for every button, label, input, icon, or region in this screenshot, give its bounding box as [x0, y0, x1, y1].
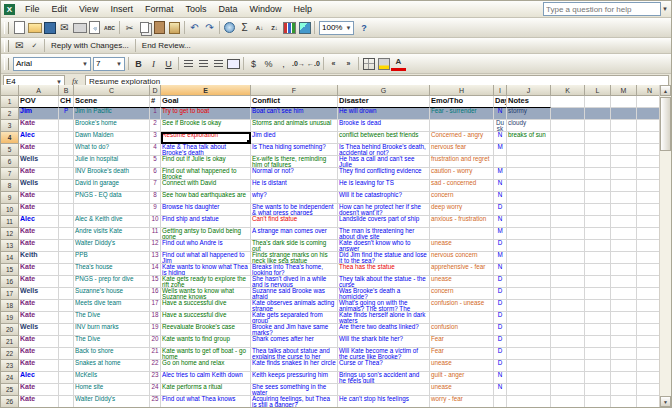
row-header-19[interactable]: 19: [1, 312, 19, 324]
percent-button[interactable]: %: [261, 56, 276, 71]
cell-G10[interactable]: How can he protect her if she doesn't wa…: [338, 204, 430, 216]
cell-B2[interactable]: P: [59, 108, 74, 120]
cell-B8[interactable]: [59, 180, 74, 192]
cell-I20[interactable]: D: [494, 324, 507, 336]
scrollbar-track[interactable]: [660, 152, 671, 396]
cell-K24[interactable]: [551, 372, 585, 384]
cell-D9[interactable]: 8: [150, 192, 161, 204]
align-right-button[interactable]: [211, 56, 226, 71]
cell-L17[interactable]: [585, 288, 611, 300]
cell-D15[interactable]: 14: [150, 264, 161, 276]
cell-J21[interactable]: [507, 336, 551, 348]
row-header-11[interactable]: 11: [1, 216, 19, 228]
cell-L2[interactable]: [585, 108, 611, 120]
cell-F15[interactable]: Breaks into Thea's home, looking for?: [251, 264, 338, 276]
cell-L21[interactable]: [585, 336, 611, 348]
reply-with-changes-button[interactable]: Reply with Changes...: [47, 41, 133, 50]
cell-E23[interactable]: Go on home and relax: [161, 360, 251, 372]
cell-H25[interactable]: unease: [430, 384, 494, 396]
cell-A8[interactable]: Wells: [19, 180, 59, 192]
cell-I2[interactable]: N: [494, 108, 507, 120]
column-header-M[interactable]: M: [611, 85, 637, 96]
cell-A3[interactable]: Kate: [19, 120, 59, 132]
cell-K4[interactable]: [551, 132, 585, 144]
cell-I18[interactable]: D: [494, 300, 507, 312]
cell-M15[interactable]: [611, 264, 637, 276]
cell-L7[interactable]: [585, 168, 611, 180]
header-cell-pov[interactable]: POV: [19, 96, 59, 108]
cell-K8[interactable]: [551, 180, 585, 192]
cell-C24[interactable]: McKells: [74, 372, 150, 384]
row-header-16[interactable]: 16: [1, 276, 19, 288]
cell-E6[interactable]: Find out if Julie is okay: [161, 156, 251, 168]
cell-H14[interactable]: nervous concern: [430, 252, 494, 264]
cell-B26[interactable]: [59, 396, 74, 407]
cell-L10[interactable]: [585, 204, 611, 216]
cell-A4[interactable]: Alec: [19, 132, 59, 144]
cell-N6[interactable]: [637, 156, 660, 168]
cell-C16[interactable]: PNGS - prep for dive: [74, 276, 150, 288]
row-header-9[interactable]: 9: [1, 192, 19, 204]
header-cell-goal[interactable]: Goal: [161, 96, 251, 108]
cell-B24[interactable]: [59, 372, 74, 384]
cell-D24[interactable]: 23: [150, 372, 161, 384]
cell-M23[interactable]: [611, 360, 637, 372]
cell-J13[interactable]: [507, 240, 551, 252]
cell-G6[interactable]: He has a call and can't see Julie: [338, 156, 430, 168]
cell-J4[interactable]: breaks of sun: [507, 132, 551, 144]
cell-A6[interactable]: Wells: [19, 156, 59, 168]
column-header-K[interactable]: K: [551, 85, 585, 96]
cell-N22[interactable]: [637, 348, 660, 360]
cell-C9[interactable]: PNGS - EQ data: [74, 192, 150, 204]
cell-A7[interactable]: Kate: [19, 168, 59, 180]
cell-F7[interactable]: Normal or not?: [251, 168, 338, 180]
cell-G21[interactable]: Will the shark bite her?: [338, 336, 430, 348]
help-icon[interactable]: ?: [356, 20, 371, 35]
cell-H22[interactable]: Fear: [430, 348, 494, 360]
cell-N3[interactable]: [637, 120, 660, 132]
cell-G16[interactable]: They talk about the statue - the curse: [338, 276, 430, 288]
row-header-3[interactable]: 3: [1, 120, 19, 132]
scrollbar-thumb[interactable]: [660, 97, 671, 151]
cell-J16[interactable]: [507, 276, 551, 288]
menu-tools[interactable]: Tools: [179, 3, 212, 15]
cell-B5[interactable]: [59, 144, 74, 156]
cell-L20[interactable]: [585, 324, 611, 336]
cell-N5[interactable]: [637, 144, 660, 156]
cell-J6[interactable]: [507, 156, 551, 168]
cell-G4[interactable]: conflict between best friends: [338, 132, 430, 144]
cell-F23[interactable]: Kate finds snakes in her circle: [251, 360, 338, 372]
cell-M13[interactable]: [611, 240, 637, 252]
menu-view[interactable]: View: [73, 3, 104, 15]
cell-M16[interactable]: [611, 276, 637, 288]
cell-N11[interactable]: [637, 216, 660, 228]
cell-J8[interactable]: [507, 180, 551, 192]
menu-data[interactable]: Data: [212, 3, 243, 15]
cell-M1[interactable]: [611, 96, 637, 108]
cell-E24[interactable]: Alec tries to calm Keith down: [161, 372, 251, 384]
cell-G12[interactable]: The man is threatening her about dive si…: [338, 228, 430, 240]
cell-J15[interactable]: [507, 264, 551, 276]
menu-file[interactable]: File: [19, 3, 46, 15]
cell-C22[interactable]: Back to shore: [74, 348, 150, 360]
cell-D8[interactable]: 7: [150, 180, 161, 192]
cell-B21[interactable]: [59, 336, 74, 348]
cut-icon[interactable]: ✂: [122, 20, 137, 35]
cell-M26[interactable]: [611, 396, 637, 407]
row-header-18[interactable]: 18: [1, 300, 19, 312]
email-icon[interactable]: ✉: [57, 20, 72, 35]
cell-B16[interactable]: [59, 276, 74, 288]
cell-B11[interactable]: [59, 216, 74, 228]
cell-B13[interactable]: [59, 240, 74, 252]
cell-M14[interactable]: [611, 252, 637, 264]
cell-N23[interactable]: [637, 360, 660, 372]
column-header-N[interactable]: N: [637, 85, 660, 96]
cell-G5[interactable]: Is Thea behind Brooke's death, accidenta…: [338, 144, 430, 156]
cell-F13[interactable]: Thea's dark side is coming out: [251, 240, 338, 252]
cell-L5[interactable]: [585, 144, 611, 156]
bold-button[interactable]: B: [131, 56, 146, 71]
cell-L1[interactable]: [585, 96, 611, 108]
cell-H4[interactable]: Concerned - angry: [430, 132, 494, 144]
cell-L13[interactable]: [585, 240, 611, 252]
cell-H5[interactable]: nervous fear: [430, 144, 494, 156]
